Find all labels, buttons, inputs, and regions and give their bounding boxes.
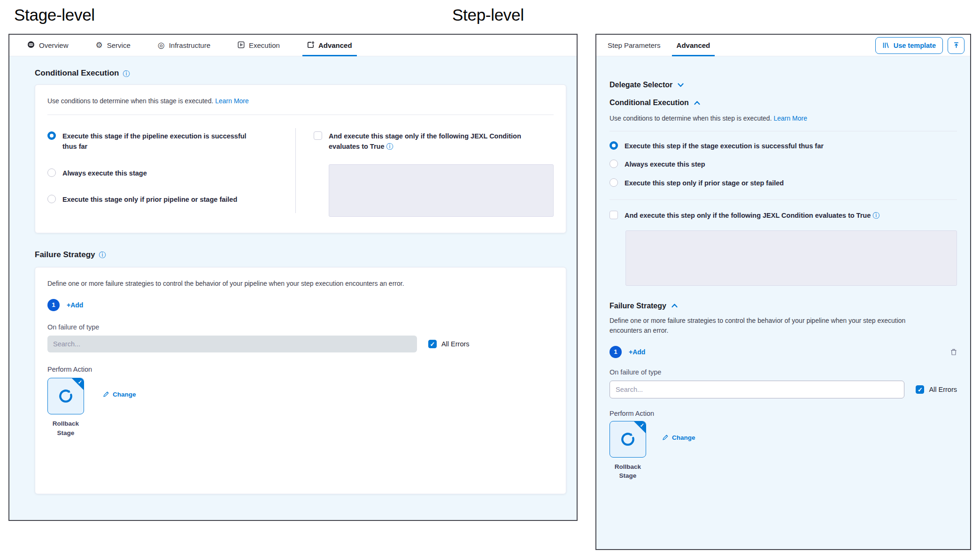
delete-strategy-button[interactable] [950,348,957,356]
radio-label: Always execute this stage [62,168,147,178]
infrastructure-icon: ◎ [158,41,165,49]
learn-more-link[interactable]: Learn More [773,115,807,122]
tab-infrastructure[interactable]: ◎ Infrastructure [158,35,210,56]
perform-action-label: Perform Action [47,366,554,373]
radio-execute-if-pipeline-successful[interactable]: Execute this stage if the pipeline execu… [47,131,292,152]
perform-action-label: Perform Action [610,410,957,417]
radio-always-execute-stage[interactable]: Always execute this stage [47,168,292,178]
execution-condition-radio-group: Execute this step if the stage execution… [610,141,957,188]
conditional-execution-description-text: Use conditions to determine when this st… [610,115,772,122]
tab-overview-label: Overview [39,41,69,49]
template-icon [882,42,889,49]
radio-selected-icon [47,131,56,140]
radio-execute-if-stage-successful[interactable]: Execute this step if the stage execution… [610,141,957,151]
selected-action: ✓ Rollback Stage [47,378,84,437]
tab-step-parameters[interactable]: Step Parameters [608,35,661,56]
on-failure-of-type-label: On failure of type [610,368,957,376]
jexl-condition-label-text: And execute this stage only if the follo… [329,132,521,150]
radio-unselected-icon [610,160,618,168]
stage-tabbar: Overview ⚙ Service ◎ Infrastructure Exec… [9,35,577,56]
all-errors-checkbox-row[interactable]: ✓ All Errors [916,385,957,394]
change-label: Change [672,434,695,441]
failure-strategy-description: Define one or more failure strategies to… [47,279,554,289]
conditional-execution-toggle[interactable]: Conditional Execution [610,99,957,107]
failure-type-row: ✓ All Errors [47,336,554,352]
jexl-condition-input[interactable] [329,164,554,217]
tab-infrastructure-label: Infrastructure [169,41,210,49]
stage-advanced-panel: Overview ⚙ Service ◎ Infrastructure Exec… [8,34,578,521]
rollback-stage-tile[interactable]: ✓ [610,421,646,458]
tabbar-actions: Use template [875,37,965,54]
jexl-condition-label: And execute this stage only if the follo… [329,131,549,152]
tab-execution-label: Execution [249,41,280,49]
info-icon[interactable]: ⓘ [386,142,394,150]
radio-label: Execute this stage only if prior pipelin… [62,194,237,205]
all-errors-checkbox-row[interactable]: ✓ All Errors [428,339,470,348]
radio-label: Always execute this step [625,159,705,169]
jexl-condition-input[interactable] [625,230,957,286]
jexl-condition-checkbox-row[interactable]: And execute this stage only if the follo… [314,131,554,152]
tab-advanced-label: Advanced [318,41,352,49]
all-errors-label: All Errors [929,386,957,393]
radio-unselected-icon [47,195,56,203]
tab-step-advanced[interactable]: Advanced [677,35,710,56]
divider [610,199,957,200]
failure-strategy-toggle[interactable]: Failure Strategy [610,302,957,310]
tab-service[interactable]: ⚙ Service [96,35,131,56]
chevron-down-icon [678,83,684,87]
jexl-condition-checkbox-row[interactable]: And execute this step only if the follow… [610,210,957,221]
perform-action-row: ✓ Rollback Stage Change [47,378,554,437]
failure-strategy-description: Define one or more failure strategies to… [610,316,938,336]
tab-step-advanced-label: Advanced [677,41,710,49]
all-errors-checkbox[interactable]: ✓ [428,340,437,348]
jexl-condition-column: And execute this stage only if the follo… [314,127,554,217]
all-errors-label: All Errors [441,340,470,348]
perform-action-row: ✓ Rollback Stage Change [610,421,957,481]
change-action-link[interactable]: Change [662,434,695,441]
stage-level-title: Stage-level [14,6,95,24]
rollback-stage-tile[interactable]: ✓ [47,378,84,414]
change-action-link[interactable]: Change [103,391,136,398]
failure-type-search-input[interactable] [610,381,904,398]
radio-label: Execute this step only if prior stage or… [625,178,784,188]
strategy-list-row: 1 +Add [47,299,554,311]
conditional-execution-description: Use conditions to determine when this st… [610,114,957,123]
strategy-list-row: 1 +Add [610,346,957,358]
delegate-selector-toggle[interactable]: Delegate Selector [610,81,957,89]
radio-label: Execute this step if the stage execution… [625,141,824,151]
tab-advanced[interactable]: Advanced [307,35,352,56]
info-icon[interactable]: ⓘ [123,70,130,77]
strategy-badge[interactable]: 1 [47,299,60,311]
tab-step-parameters-label: Step Parameters [608,41,661,49]
radio-unselected-icon [47,168,56,177]
tab-overview[interactable]: Overview [27,35,69,56]
radio-selected-icon [610,141,618,150]
radio-execute-if-prior-failed[interactable]: Execute this step only if prior stage or… [610,178,957,188]
upload-button[interactable] [948,37,965,54]
trash-icon [950,348,957,356]
jexl-checkbox[interactable] [610,211,618,219]
jexl-condition-label: And execute this step only if the follow… [625,210,880,221]
pencil-icon [662,434,669,441]
use-template-button[interactable]: Use template [875,37,943,54]
failure-type-search-input[interactable] [47,336,417,352]
failure-strategy-heading-text: Failure Strategy [35,250,95,260]
all-errors-checkbox[interactable]: ✓ [916,385,924,394]
radio-always-execute-step[interactable]: Always execute this step [610,159,957,169]
learn-more-link[interactable]: Learn More [215,97,249,105]
selected-check-icon: ✓ [78,379,82,385]
radio-execute-if-prior-failed[interactable]: Execute this stage only if prior pipelin… [47,194,292,205]
jexl-checkbox[interactable] [314,131,322,140]
info-icon[interactable]: ⓘ [99,251,106,258]
conditional-execution-heading: Conditional Execution [610,99,689,107]
strategy-badge[interactable]: 1 [610,346,622,358]
rollback-stage-label: Rollback Stage [47,419,84,437]
add-strategy-button[interactable]: +Add [629,348,645,356]
add-strategy-button[interactable]: +Add [67,301,83,309]
tab-execution[interactable]: Execution [238,35,280,56]
info-icon[interactable]: ⓘ [872,211,880,219]
failure-strategy-heading: Failure Strategy ⓘ [35,250,566,260]
step-advanced-panel: Step Parameters Advanced Use template [595,34,971,550]
execution-icon [238,41,245,50]
failure-strategy-heading: Failure Strategy [610,302,666,310]
